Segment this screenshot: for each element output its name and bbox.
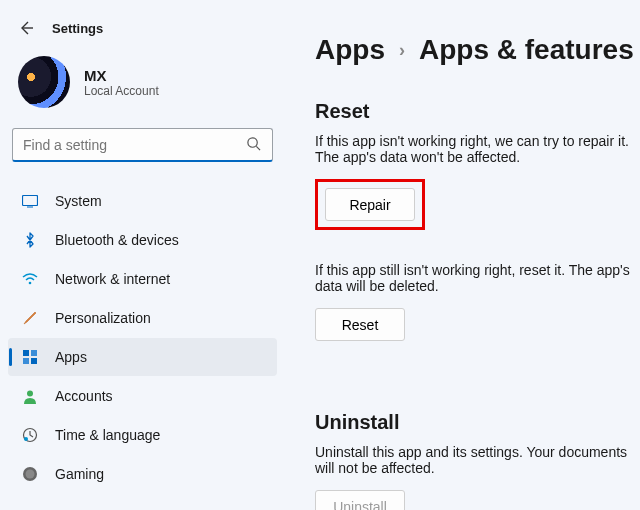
svg-rect-3 [27, 206, 33, 207]
search-icon [246, 136, 261, 154]
sidebar-item-personalization[interactable]: Personalization [8, 299, 277, 337]
svg-rect-7 [23, 358, 29, 364]
user-profile[interactable]: MX Local Account [8, 56, 277, 128]
profile-subtitle: Local Account [84, 84, 159, 98]
bluetooth-icon [22, 232, 38, 248]
sidebar-item-label: System [55, 193, 102, 209]
svg-point-0 [248, 138, 257, 147]
brush-icon [22, 310, 38, 326]
crumb-root[interactable]: Apps [315, 34, 385, 66]
sidebar: Settings MX Local Account System [0, 0, 285, 510]
breadcrumb: Apps › Apps & features [315, 34, 640, 66]
chevron-right-icon: › [399, 40, 405, 61]
sidebar-item-system[interactable]: System [8, 182, 277, 220]
svg-line-1 [256, 146, 260, 150]
sidebar-item-label: Apps [55, 349, 87, 365]
reset-description: If this app still isn't working right, r… [315, 262, 640, 294]
clock-icon [22, 427, 38, 443]
repair-button[interactable]: Repair [325, 188, 415, 221]
svg-rect-5 [23, 350, 29, 356]
uninstall-button[interactable]: Uninstall [315, 490, 405, 510]
uninstall-heading: Uninstall [315, 411, 640, 434]
gaming-icon [22, 466, 38, 482]
sidebar-item-label: Bluetooth & devices [55, 232, 179, 248]
nav: System Bluetooth & devices Network & int… [8, 180, 277, 493]
reset-heading: Reset [315, 100, 640, 123]
sidebar-item-label: Personalization [55, 310, 151, 326]
sidebar-item-label: Time & language [55, 427, 160, 443]
person-icon [22, 388, 38, 404]
svg-point-11 [24, 437, 28, 441]
sidebar-item-label: Accounts [55, 388, 113, 404]
crumb-page: Apps & features [419, 34, 634, 66]
back-button[interactable] [18, 20, 34, 36]
sidebar-item-time[interactable]: Time & language [8, 416, 277, 454]
wifi-icon [22, 271, 38, 287]
repair-description: If this app isn't working right, we can … [315, 133, 640, 165]
svg-point-13 [26, 470, 35, 479]
sidebar-item-apps[interactable]: Apps [8, 338, 277, 376]
uninstall-description: Uninstall this app and its settings. You… [315, 444, 640, 476]
svg-rect-8 [31, 358, 37, 364]
sidebar-item-label: Gaming [55, 466, 104, 482]
search-input[interactable] [12, 128, 273, 162]
svg-rect-2 [23, 195, 38, 205]
svg-rect-6 [31, 350, 37, 356]
reset-button[interactable]: Reset [315, 308, 405, 341]
sidebar-item-label: Network & internet [55, 271, 170, 287]
sidebar-item-bluetooth[interactable]: Bluetooth & devices [8, 221, 277, 259]
system-icon [22, 193, 38, 209]
sidebar-item-accounts[interactable]: Accounts [8, 377, 277, 415]
highlight-box: Repair [315, 179, 425, 230]
svg-point-4 [29, 282, 32, 285]
window-title: Settings [52, 21, 103, 36]
svg-point-9 [27, 390, 33, 396]
avatar [18, 56, 70, 108]
profile-name: MX [84, 67, 159, 84]
sidebar-item-gaming[interactable]: Gaming [8, 455, 277, 493]
sidebar-item-network[interactable]: Network & internet [8, 260, 277, 298]
main-content: Apps › Apps & features Reset If this app… [285, 0, 640, 510]
apps-icon [22, 349, 38, 365]
